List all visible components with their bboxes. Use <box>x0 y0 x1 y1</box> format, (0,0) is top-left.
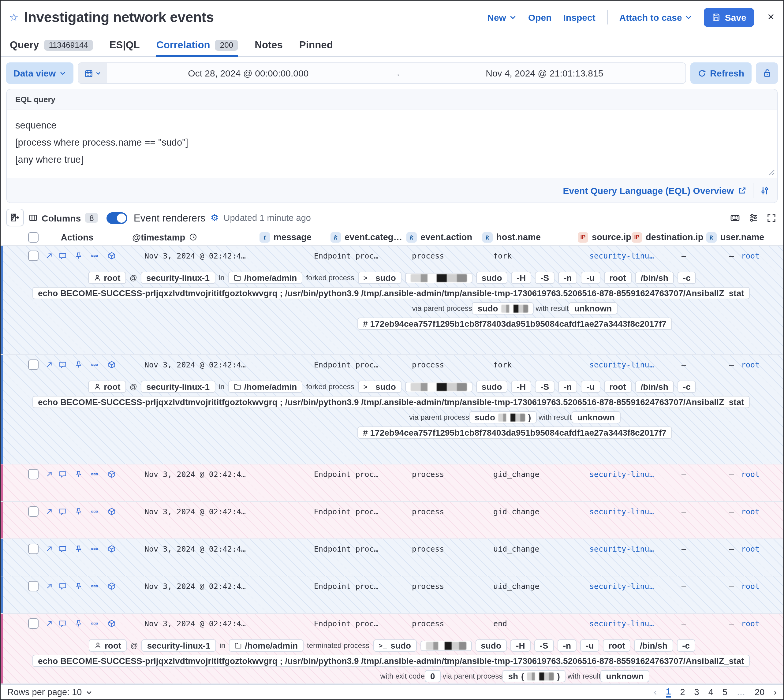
process-hash-badge[interactable]: # 172eb94cea757f1295b1cb8f78403da951b950… <box>357 318 672 330</box>
parent-process-badge[interactable]: sudo <box>472 302 534 315</box>
arg-badge[interactable]: root <box>603 639 631 652</box>
arg-badge[interactable]: sudo <box>476 381 508 393</box>
new-button[interactable]: New <box>487 12 517 22</box>
pin-event-icon[interactable] <box>75 582 83 590</box>
arg-badge[interactable]: -u <box>580 639 599 652</box>
open-button[interactable]: Open <box>528 12 552 22</box>
page-button-4[interactable]: 4 <box>709 687 713 697</box>
previous-page-button[interactable]: ‹ <box>654 687 657 697</box>
page-button-5[interactable]: 5 <box>722 687 727 697</box>
expand-event-icon[interactable] <box>45 507 53 515</box>
expand-event-icon[interactable] <box>45 360 53 368</box>
unlock-date-sync-button[interactable] <box>756 62 778 84</box>
host-badge[interactable]: security-linux-1 <box>141 381 215 393</box>
data-view-button[interactable]: Data view <box>6 62 73 84</box>
pin-event-icon[interactable] <box>75 507 83 515</box>
save-button[interactable]: Save <box>704 8 754 27</box>
host-name-cell[interactable]: security-linu… <box>589 251 654 260</box>
expand-event-icon[interactable] <box>45 545 53 553</box>
process-args-redacted-badge[interactable] <box>420 640 472 651</box>
more-actions-icon[interactable] <box>90 252 98 260</box>
host-badge[interactable]: security-linux-1 <box>142 639 216 652</box>
user-name-cell[interactable]: root <box>741 507 759 516</box>
columns-button[interactable]: Columns 8 <box>29 213 98 223</box>
tab-correlation[interactable]: Correlation200 <box>156 34 238 56</box>
host-badge[interactable]: security-linux-1 <box>141 272 215 284</box>
tab-pinned[interactable]: Pinned <box>299 34 333 56</box>
favorite-star-icon[interactable]: ☆ <box>9 12 19 22</box>
column-header-destination.ip[interactable]: IPdestination.ip <box>632 232 704 242</box>
host-name-cell[interactable]: security-linu… <box>589 581 654 590</box>
user-name-cell[interactable]: root <box>741 581 759 590</box>
select-event-checkbox[interactable] <box>28 543 38 554</box>
working-directory-badge[interactable]: /home/admin <box>228 381 303 393</box>
next-page-button[interactable]: › <box>774 687 777 697</box>
parent-process-badge[interactable]: sudo) <box>469 411 536 423</box>
add-note-icon[interactable] <box>59 252 67 260</box>
result-badge[interactable]: unknown <box>569 302 617 315</box>
select-all-checkbox[interactable] <box>28 232 38 242</box>
more-actions-icon[interactable] <box>90 619 98 627</box>
user-badge[interactable]: root <box>88 381 126 393</box>
sort-fields-icon[interactable] <box>749 213 758 223</box>
add-note-icon[interactable] <box>59 545 67 553</box>
arg-badge[interactable]: -c <box>677 272 696 284</box>
column-header-message[interactable]: tmessage <box>260 232 312 242</box>
start-date-field[interactable]: Oct 28, 2024 @ 00:00:00.000 <box>107 63 389 83</box>
process-badge[interactable]: >_sudo <box>358 272 402 284</box>
eql-query-text[interactable]: sequence [process where process.name == … <box>15 117 769 168</box>
exit-code-badge[interactable]: 0 <box>425 670 440 682</box>
host-name-cell[interactable]: security-linu… <box>589 469 654 478</box>
end-date-field[interactable]: Nov 4, 2024 @ 21:01:13.815 <box>403 63 686 83</box>
arg-badge[interactable]: -H <box>510 639 530 652</box>
column-header-host.name[interactable]: khost.name <box>482 232 541 242</box>
arg-badge[interactable]: -H <box>511 272 532 284</box>
host-name-cell[interactable]: security-linu… <box>589 544 654 553</box>
event-renderers-toggle[interactable] <box>107 212 128 223</box>
resize-handle[interactable] <box>768 169 775 176</box>
analyze-event-icon[interactable] <box>108 470 116 478</box>
arg-badge[interactable]: -c <box>677 381 696 393</box>
more-actions-icon[interactable] <box>90 545 98 553</box>
add-note-icon[interactable] <box>59 470 67 478</box>
eql-query-editor[interactable]: sequence [process where process.name == … <box>7 109 777 178</box>
analyze-event-icon[interactable] <box>108 545 116 553</box>
fullscreen-icon[interactable] <box>767 213 776 222</box>
attach-to-case-button[interactable]: Attach to case <box>619 12 692 22</box>
process-badge[interactable]: >_sudo <box>373 639 417 652</box>
pin-event-icon[interactable] <box>75 360 83 368</box>
refresh-button[interactable]: Refresh <box>691 62 752 84</box>
select-event-checkbox[interactable] <box>28 581 38 591</box>
working-directory-badge[interactable]: /home/admin <box>228 272 303 284</box>
user-name-cell[interactable]: root <box>741 360 759 369</box>
working-directory-badge[interactable]: /home/admin <box>229 639 303 652</box>
process-args-redacted-badge[interactable] <box>405 273 472 283</box>
command-badge[interactable]: echo BECOME-SUCCESS-prljqxzlvdtmvojritit… <box>32 655 750 667</box>
process-args-redacted-badge[interactable] <box>405 382 472 392</box>
user-name-cell[interactable]: root <box>741 618 759 628</box>
tab-es-ql[interactable]: ES|QL <box>110 34 140 56</box>
column-header-source.ip[interactable]: IPsource.ip <box>578 232 631 242</box>
arg-badge[interactable]: -u <box>581 272 600 284</box>
add-note-icon[interactable] <box>59 582 67 590</box>
rows-per-page-button[interactable]: Rows per page: 10 <box>7 687 92 697</box>
more-actions-icon[interactable] <box>90 582 98 590</box>
arg-badge[interactable]: -n <box>557 639 577 652</box>
column-header-Actions[interactable]: Actions <box>56 232 98 242</box>
page-button-2[interactable]: 2 <box>680 687 685 697</box>
add-note-icon[interactable] <box>59 360 67 368</box>
gear-icon[interactable]: ⚙ <box>210 212 219 223</box>
analyze-event-icon[interactable] <box>108 619 116 627</box>
keyboard-shortcuts-icon[interactable] <box>730 213 740 223</box>
column-header-event.categ-[interactable]: kevent.categ… <box>330 232 402 242</box>
arg-badge[interactable]: sudo <box>476 272 508 284</box>
pin-event-icon[interactable] <box>75 545 83 553</box>
analyze-event-icon[interactable] <box>108 507 116 515</box>
arg-badge[interactable]: /bin/sh <box>635 272 674 284</box>
page-button-1[interactable]: 1 <box>666 687 671 698</box>
arg-badge[interactable]: root <box>604 381 631 393</box>
collapse-panel-button[interactable] <box>6 208 24 227</box>
more-actions-icon[interactable] <box>90 507 98 515</box>
arg-badge[interactable]: -S <box>535 381 554 393</box>
pin-event-icon[interactable] <box>75 470 83 478</box>
